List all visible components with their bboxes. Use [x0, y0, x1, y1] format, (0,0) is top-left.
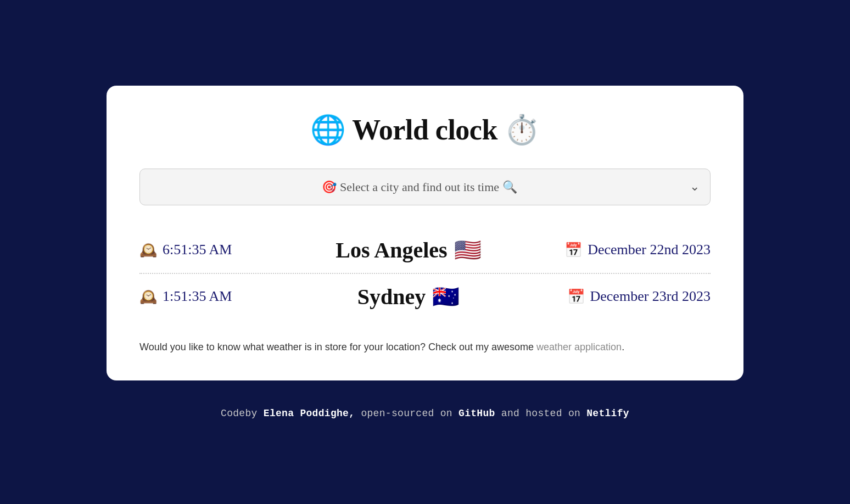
date-section: 📅 December 23rd 2023 [535, 288, 711, 305]
weather-link[interactable]: weather application [536, 341, 622, 352]
footer-author: Elena Poddighe, [264, 408, 355, 419]
city-name: Los Angeles [335, 237, 447, 263]
flag-icon: 🇦🇺 [432, 284, 460, 310]
date-value: December 23rd 2023 [590, 288, 711, 305]
city-name: Sydney [357, 284, 426, 310]
weather-text-after: . [622, 341, 624, 352]
globe-icon: 🌐 [310, 114, 346, 145]
date-section: 📅 December 22nd 2023 [535, 242, 711, 259]
main-card: 🌐 World clock ⏱️ 🎯 Select a city and fin… [107, 86, 743, 380]
title-text: World clock [352, 114, 497, 145]
footer-prefix: Codeby [221, 408, 264, 419]
time-section: 🕰️ 1:51:35 AM [139, 288, 282, 305]
footer-github[interactable]: GitHub [458, 408, 495, 419]
city-section: Los Angeles 🇺🇸 [282, 237, 535, 263]
footer-and: and hosted on [495, 408, 587, 419]
calendar-icon: 📅 [564, 242, 582, 259]
time-value: 1:51:35 AM [163, 288, 232, 305]
calendar-icon: 📅 [567, 288, 585, 305]
weather-text-before: Would you like to know what weather is i… [139, 341, 536, 352]
clock-rows-container: 🕰️ 6:51:35 AM Los Angeles 🇺🇸 📅 December … [139, 227, 711, 320]
footer: Codeby Elena Poddighe, open-sourced on G… [221, 408, 629, 419]
footer-netlify[interactable]: Netlify [586, 408, 629, 419]
footer-middle: open-sourced on [355, 408, 458, 419]
clock-icon: 🕰️ [139, 288, 157, 305]
clock-row: 🕰️ 1:51:35 AM Sydney 🇦🇺 📅 December 23rd … [139, 274, 711, 320]
time-section: 🕰️ 6:51:35 AM [139, 242, 282, 259]
app-title: 🌐 World clock ⏱️ [139, 113, 711, 147]
weather-note: Would you like to know what weather is i… [139, 341, 711, 353]
stopwatch-icon: ⏱️ [504, 114, 540, 145]
clock-row: 🕰️ 6:51:35 AM Los Angeles 🇺🇸 📅 December … [139, 227, 711, 273]
city-select[interactable]: 🎯 Select a city and find out its time 🔍 [139, 169, 711, 205]
city-section: Sydney 🇦🇺 [282, 284, 535, 310]
city-select-wrapper[interactable]: 🎯 Select a city and find out its time 🔍 … [139, 169, 711, 205]
flag-icon: 🇺🇸 [454, 237, 482, 263]
time-value: 6:51:35 AM [163, 242, 232, 258]
clock-icon: 🕰️ [139, 242, 157, 259]
date-value: December 22nd 2023 [588, 242, 711, 258]
